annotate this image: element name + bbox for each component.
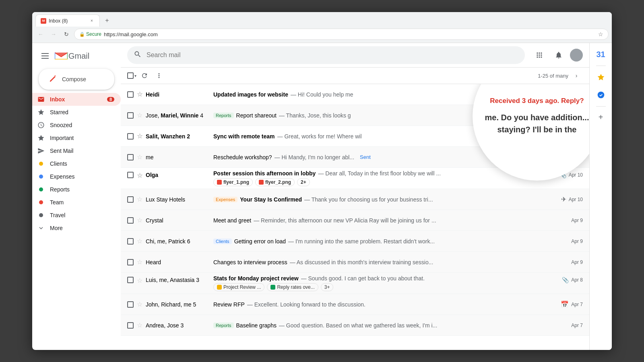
email-star[interactable]: ☆ [137, 237, 142, 245]
back-btn[interactable]: ← [35, 29, 46, 39]
tab-close-btn[interactable]: × [89, 18, 95, 24]
email-row[interactable]: ☆ Andrea, Jose 3 Reports Baseline graphs… [121, 315, 589, 336]
reports-label: Reports [50, 186, 114, 193]
team-dot-icon [37, 198, 45, 206]
email-checkbox[interactable] [127, 112, 134, 119]
sidebar-item-clients[interactable]: Clients [32, 157, 121, 170]
select-dropdown-arrow[interactable]: ▾ [134, 74, 136, 78]
sidebar-item-expenses[interactable]: Expenses [32, 170, 121, 183]
email-row[interactable]: ☆ Lux Stay Hotels Expenses Your Stay Is … [121, 189, 589, 210]
email-checkbox[interactable] [127, 217, 134, 224]
search-bar[interactable] [127, 46, 525, 64]
select-all-cb[interactable] [127, 72, 134, 79]
email-checkbox[interactable] [127, 322, 134, 329]
apps-icon[interactable] [531, 47, 547, 63]
email-checkbox[interactable] [127, 277, 134, 283]
email-row[interactable]: ☆ Olga Poster session this afternoon in … [121, 168, 589, 189]
sidebar-item-travel[interactable]: Travel [32, 209, 121, 222]
bookmark-icon[interactable]: ☆ [598, 31, 603, 37]
email-row[interactable]: ☆ me Reschedule workshop? — Hi Mandy, I'… [121, 147, 589, 168]
attachment-chip[interactable]: flyer_1.png [213, 178, 253, 186]
next-page-btn[interactable]: › [570, 69, 583, 82]
email-sender: Olga [146, 170, 210, 178]
chip-more[interactable]: 3+ [321, 283, 334, 291]
email-checkbox[interactable] [127, 91, 134, 98]
email-star[interactable]: ☆ [137, 132, 142, 140]
email-toolbar: ▾ 1-25 of many › [121, 68, 589, 84]
notifications-icon[interactable] [551, 47, 567, 63]
email-checkbox[interactable] [127, 172, 134, 178]
email-snippet: — Thank you for choosing us for your bus… [304, 196, 433, 203]
email-star[interactable]: ☆ [137, 300, 142, 308]
email-row[interactable]: ☆ John, Richard, me 5 Review RFP — Excel… [121, 294, 589, 315]
email-sender: Luis, me, Anastasia 3 [146, 275, 210, 283]
email-checkbox[interactable] [127, 238, 134, 245]
attachment-chip-more[interactable]: 2+ [297, 178, 310, 186]
chip-reply-rates[interactable]: Reply rates ove... [267, 283, 318, 291]
right-sidebar: 31 + [589, 43, 612, 350]
email-star[interactable]: ☆ [137, 195, 142, 203]
email-star[interactable]: ☆ [137, 153, 142, 161]
email-row[interactable]: ☆ Crystal Meet and greet — Reminder, thi… [121, 210, 589, 231]
sidebar-item-starred[interactable]: Starred [32, 106, 121, 119]
email-star[interactable]: ☆ [137, 258, 142, 266]
email-label: Expenses [213, 197, 237, 202]
chip-label: flyer_2.png [265, 179, 291, 185]
team-label: Team [50, 199, 114, 206]
add-addon-btn[interactable]: + [594, 110, 608, 124]
sidebar-item-snoozed[interactable]: Snoozed [32, 119, 121, 132]
secure-badge: 🔒 Secure [79, 31, 101, 37]
email-checkbox[interactable] [127, 154, 134, 160]
new-tab-btn[interactable]: + [101, 15, 113, 26]
chip-project-review[interactable]: Project Review ... [213, 283, 264, 291]
email-row[interactable]: ☆ Jose, Mariel, Winnie 4 Reports Report … [121, 105, 589, 126]
compose-btn[interactable]: Compose [39, 69, 114, 90]
email-subject: Sync with remote team [213, 133, 275, 140]
email-list: ☆ Heidi Updated images for website — Hi!… [121, 84, 589, 350]
email-row[interactable]: ☆ Heidi Updated images for website — Hi!… [121, 84, 589, 105]
email-star[interactable]: ☆ [137, 277, 142, 284]
email-checkbox[interactable] [127, 301, 134, 308]
email-row[interactable]: ☆ Heard Changes to interview process — A… [121, 252, 589, 273]
gmail-addon-icon[interactable] [593, 87, 609, 103]
sidebar-item-team[interactable]: Team [32, 196, 121, 209]
more-options-btn[interactable] [153, 69, 165, 82]
sidebar-item-reports[interactable]: Reports [32, 183, 121, 196]
hamburger-btn[interactable] [39, 49, 52, 62]
refresh-btn[interactable]: ↻ [61, 29, 72, 39]
search-input[interactable] [147, 51, 518, 59]
google-calendar-icon[interactable]: 31 [593, 46, 609, 62]
reports-dot-icon [37, 185, 45, 193]
sidebar-item-sent[interactable]: Sent Mail [32, 144, 121, 157]
email-sender: Jose, Mariel, Winnie 4 [146, 112, 210, 119]
email-star[interactable]: ☆ [137, 172, 142, 179]
forward-btn[interactable]: → [48, 29, 59, 39]
email-star[interactable]: ☆ [137, 111, 142, 119]
clients-dot-icon [37, 160, 45, 168]
email-date: Apr 9 [571, 259, 583, 265]
active-tab[interactable]: M Inbox (8) × [35, 14, 100, 27]
attachment-chip[interactable]: flyer_2.png [255, 178, 295, 186]
email-star[interactable]: ☆ [137, 216, 142, 224]
tasks-icon[interactable] [593, 69, 609, 85]
email-checkbox[interactable] [127, 196, 134, 203]
sidebar-item-important[interactable]: Important [32, 132, 121, 144]
address-bar[interactable]: 🔒 Secure https://mail.google.com ☆ [74, 29, 609, 40]
email-row[interactable]: ☆ Chi, me, Patrick 6 Clients Getting err… [121, 231, 589, 252]
email-subject: Stats for Monday project review [213, 275, 299, 282]
header-icons [531, 47, 583, 63]
email-label: Clients [213, 239, 232, 244]
email-row[interactable]: ☆ Luis, me, Anastasia 3 Stats for Monday… [121, 273, 589, 294]
email-row[interactable]: ☆ Salit, Wanzhen 2 Sync with remote team… [121, 126, 589, 147]
refresh-emails-btn[interactable] [138, 69, 151, 82]
sidebar-item-more[interactable]: More [32, 222, 121, 234]
user-avatar[interactable] [570, 49, 583, 62]
select-all-checkbox[interactable]: ▾ [127, 72, 136, 79]
gmail-m-logo [55, 51, 68, 61]
email-star[interactable]: ☆ [137, 321, 142, 329]
email-checkbox[interactable] [127, 133, 134, 140]
email-checkbox[interactable] [127, 259, 134, 265]
sidebar-item-inbox[interactable]: Inbox 8 [32, 93, 121, 106]
browser-chrome: M Inbox (8) × + ← → ↻ 🔒 Secure https://m… [32, 12, 612, 43]
email-star[interactable]: ☆ [137, 90, 142, 98]
